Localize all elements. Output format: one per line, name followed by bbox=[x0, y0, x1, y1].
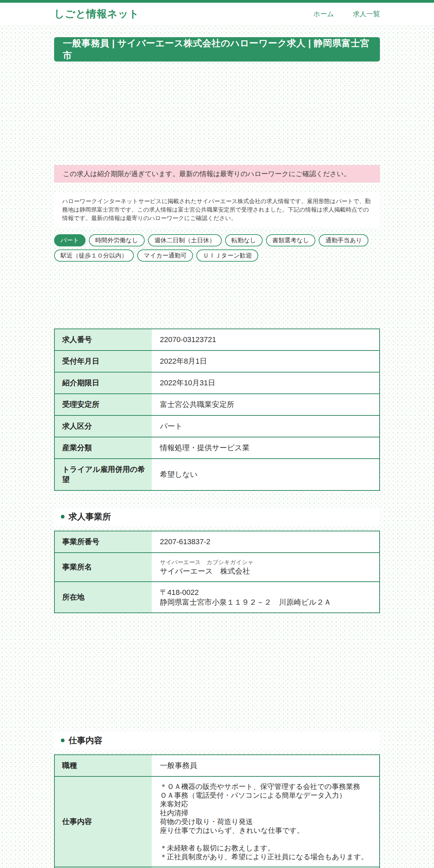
row-label: 求人区分 bbox=[54, 415, 152, 437]
nav-link-job-list[interactable]: 求人一覧 bbox=[353, 9, 380, 19]
table-row: 事業所名 サイバーエース カブシキガイシャ サイバーエース 株式会社 bbox=[54, 553, 380, 582]
row-value: 22070-03123721 bbox=[152, 329, 380, 351]
row-value: 2207-613837-2 bbox=[152, 531, 380, 553]
row-value: サイバーエース カブシキガイシャ サイバーエース 株式会社 bbox=[152, 553, 380, 582]
job-detail-table: 職種 一般事務員 仕事内容 ＊ＯＡ機器の販売やサポート、保守管理する会社での事務… bbox=[54, 754, 380, 868]
row-label: 受理安定所 bbox=[54, 394, 152, 415]
section-title: 求人事業所 bbox=[69, 511, 111, 522]
row-value: 2022年8月1日 bbox=[152, 351, 380, 372]
tag-item[interactable]: 通勤手当あり bbox=[319, 234, 368, 246]
section-title: 仕事内容 bbox=[69, 735, 102, 746]
postal-code: 〒418-0022 bbox=[160, 587, 372, 597]
expired-notice-banner: この求人は紹介期限が過ぎています。最新の情報は最寄りのハローワークにご確認くださ… bbox=[54, 165, 380, 183]
table-row: 事業所番号 2207-613837-2 bbox=[54, 531, 380, 553]
row-label: トライアル雇用併用の希望 bbox=[54, 459, 152, 490]
nav-link-home[interactable]: ホーム bbox=[313, 9, 334, 19]
section-heading-job: 仕事内容 bbox=[54, 731, 380, 749]
job-description-text: ＊ＯＡ機器の販売やサポート、保守管理する会社での事務業務 ＯＡ事務（電話受付・パ… bbox=[160, 782, 372, 861]
row-label: 事業所番号 bbox=[54, 531, 152, 553]
table-row: 求人番号 22070-03123721 bbox=[54, 329, 380, 351]
top-accent-bar bbox=[0, 0, 434, 3]
row-value: 〒418-0022 静岡県富士宮市小泉１１９２－２ 川原崎ビル２Ａ bbox=[152, 582, 380, 613]
row-label: 職種 bbox=[54, 755, 152, 776]
row-label: 産業分類 bbox=[54, 437, 152, 459]
job-intro-text: ハローワークインターネットサービスに掲載されたサイバーエース株式会社の求人情報で… bbox=[54, 193, 380, 227]
row-value: 希望しない bbox=[152, 459, 380, 490]
main-nav: ホーム 求人一覧 bbox=[313, 9, 380, 19]
row-value: ＊ＯＡ機器の販売やサポート、保守管理する会社での事務業務 ＯＡ事務（電話受付・パ… bbox=[152, 776, 380, 867]
row-label: 仕事内容 bbox=[54, 776, 152, 867]
row-value: 一般事務員 bbox=[152, 755, 380, 776]
table-row: 仕事内容 ＊ＯＡ機器の販売やサポート、保守管理する会社での事務業務 ＯＡ事務（電… bbox=[54, 776, 380, 867]
table-row: 求人区分 パート bbox=[54, 415, 380, 437]
tag-item[interactable]: 駅近（徒歩１０分以内） bbox=[54, 249, 134, 262]
table-row: 産業分類 情報処理・提供サービス業 bbox=[54, 437, 380, 459]
tag-item[interactable]: ＵＩＪターン歓迎 bbox=[196, 249, 258, 262]
row-value: 2022年10月31日 bbox=[152, 372, 380, 394]
row-label: 紹介期限日 bbox=[54, 372, 152, 394]
row-value: 富士宮公共職業安定所 bbox=[152, 394, 380, 415]
table-row: 受付年月日 2022年8月1日 bbox=[54, 351, 380, 372]
bullet-icon bbox=[61, 515, 65, 519]
table-row: 受理安定所 富士宮公共職業安定所 bbox=[54, 394, 380, 415]
tag-list: パート 時間外労働なし 週休二日制（土日休） 転勤なし 書類選考なし 通勤手当あ… bbox=[54, 234, 380, 262]
site-header: しごと情報ネット ホーム 求人一覧 bbox=[0, 3, 434, 26]
address-line: 静岡県富士宮市小泉１１９２－２ 川原崎ビル２Ａ bbox=[160, 597, 372, 607]
tag-item[interactable]: 転勤なし bbox=[225, 234, 263, 246]
section-heading-office: 求人事業所 bbox=[54, 508, 380, 526]
row-value: 情報処理・提供サービス業 bbox=[152, 437, 380, 459]
main-content: 一般事務員 | サイバーエース株式会社のハローワーク求人 | 静岡県富士宮市 こ… bbox=[54, 37, 380, 868]
row-label: 受付年月日 bbox=[54, 351, 152, 372]
table-row: 所在地 〒418-0022 静岡県富士宮市小泉１１９２－２ 川原崎ビル２Ａ bbox=[54, 582, 380, 613]
table-row: トライアル雇用併用の希望 希望しない bbox=[54, 459, 380, 490]
row-value: パート bbox=[152, 415, 380, 437]
row-label: 所在地 bbox=[54, 582, 152, 613]
site-logo[interactable]: しごと情報ネット bbox=[54, 7, 139, 21]
tag-employment-type[interactable]: パート bbox=[54, 234, 86, 246]
job-summary-table: 求人番号 22070-03123721 受付年月日 2022年8月1日 紹介期限… bbox=[54, 329, 380, 491]
office-table: 事業所番号 2207-613837-2 事業所名 サイバーエース カブシキガイシ… bbox=[54, 531, 380, 613]
bullet-icon bbox=[61, 739, 65, 742]
row-label: 事業所名 bbox=[54, 553, 152, 582]
table-row: 職種 一般事務員 bbox=[54, 755, 380, 776]
company-name: サイバーエース 株式会社 bbox=[160, 566, 372, 576]
tag-item[interactable]: 書類選考なし bbox=[266, 234, 316, 246]
tag-item[interactable]: 時間外労働なし bbox=[89, 234, 145, 246]
table-row: 紹介期限日 2022年10月31日 bbox=[54, 372, 380, 394]
tag-item[interactable]: マイカー通勤可 bbox=[137, 249, 193, 262]
row-label: 求人番号 bbox=[54, 329, 152, 351]
tag-item[interactable]: 週休二日制（土日休） bbox=[148, 234, 222, 246]
page-title: 一般事務員 | サイバーエース株式会社のハローワーク求人 | 静岡県富士宮市 bbox=[54, 37, 380, 62]
company-name-kana: サイバーエース カブシキガイシャ bbox=[160, 558, 372, 566]
